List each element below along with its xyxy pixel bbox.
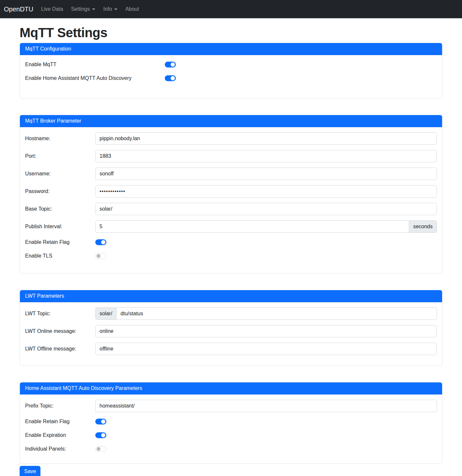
card-lwt-parameters-header: LWT Parameters — [20, 290, 442, 302]
port-row: Port: — [25, 150, 437, 162]
enable-expiration-label: Enable Expiration — [25, 432, 95, 438]
enable-hass-discovery-toggle[interactable] — [165, 75, 176, 81]
publish-interval-input[interactable] — [95, 220, 409, 233]
hostname-input[interactable] — [95, 132, 437, 145]
chevron-down-icon — [114, 8, 117, 10]
base-topic-row: Base Topic: — [25, 203, 437, 215]
nav-settings[interactable]: Settings — [69, 4, 98, 15]
nav-about[interactable]: About — [123, 4, 142, 15]
card-hass-discovery-parameters: Home Assistant MQTT Auto Discovery Param… — [20, 382, 442, 464]
hass-retain-label: Enable Retain Flag — [25, 419, 95, 424]
broker-retain-row: Enable Retain Flag — [25, 238, 437, 246]
publish-interval-label: Publish Interval: — [25, 224, 95, 230]
base-topic-input[interactable] — [95, 203, 437, 215]
hostname-row: Hostname: — [25, 132, 437, 145]
password-label: Password: — [25, 188, 95, 194]
username-input[interactable] — [95, 168, 437, 180]
enable-expiration-toggle[interactable] — [95, 432, 106, 438]
publish-interval-row: Publish Interval: seconds — [25, 220, 437, 233]
spacer — [25, 88, 437, 93]
card-lwt-parameters: LWT Parameters LWT Topic: solar/ LWT Onl… — [20, 290, 442, 366]
lwt-online-input[interactable] — [95, 325, 437, 337]
card-broker-parameter-body: Hostname: Port: Username: Password: Base… — [20, 127, 442, 273]
navbar: OpenDTU Live Data Settings Info About — [0, 0, 462, 18]
port-input[interactable] — [95, 150, 437, 162]
lwt-online-row: LWT Online message: — [25, 325, 437, 337]
spacer — [25, 265, 437, 268]
lwt-topic-row: LWT Topic: solar/ — [25, 307, 437, 320]
enable-hass-discovery-row: Enable Home Assistant MQTT Auto Discover… — [25, 74, 437, 82]
nav-links: Live Data Settings Info About — [38, 4, 144, 15]
card-broker-parameter-header: MqTT Broker Parameter — [20, 115, 442, 127]
enable-tls-toggle[interactable] — [95, 253, 106, 259]
lwt-topic-label: LWT Topic: — [25, 311, 95, 317]
port-label: Port: — [25, 153, 95, 159]
individual-panels-toggle[interactable] — [95, 446, 106, 452]
card-hass-discovery-parameters-header: Home Assistant MQTT Auto Discovery Param… — [20, 382, 442, 394]
username-label: Username: — [25, 171, 95, 177]
prefix-topic-row: Prefix Topic: — [25, 400, 437, 412]
enable-mqtt-label: Enable MqTT — [25, 62, 165, 67]
lwt-online-label: LWT Online message: — [25, 328, 95, 334]
hass-retain-row: Enable Retain Flag — [25, 417, 437, 426]
nav-live-data[interactable]: Live Data — [38, 4, 66, 15]
enable-mqtt-toggle[interactable] — [165, 62, 176, 67]
base-topic-label: Base Topic: — [25, 206, 95, 212]
nav-live-data-label: Live Data — [41, 6, 63, 12]
broker-retain-toggle[interactable] — [95, 239, 106, 245]
card-lwt-parameters-body: LWT Topic: solar/ LWT Online message: LW… — [20, 302, 442, 365]
enable-tls-label: Enable TLS — [25, 253, 95, 259]
brand[interactable]: OpenDTU — [4, 6, 33, 13]
lwt-topic-input[interactable] — [116, 307, 437, 320]
enable-expiration-row: Enable Expiration — [25, 431, 437, 439]
broker-retain-label: Enable Retain Flag — [25, 239, 95, 245]
nav-about-label: About — [125, 6, 139, 12]
enable-mqtt-row: Enable MqTT — [25, 60, 437, 69]
lwt-offline-input[interactable] — [95, 343, 437, 355]
hostname-label: Hostname: — [25, 136, 95, 141]
individual-panels-label: Individual Panels: — [25, 446, 95, 452]
individual-panels-row: Individual Panels: — [25, 445, 437, 453]
password-row: Password: — [25, 185, 437, 198]
card-broker-parameter: MqTT Broker Parameter Hostname: Port: Us… — [20, 115, 442, 274]
enable-tls-row: Enable TLS — [25, 252, 437, 260]
enable-hass-discovery-label: Enable Home Assistant MQTT Auto Discover… — [25, 75, 165, 81]
prefix-topic-label: Prefix Topic: — [25, 403, 95, 409]
card-hass-discovery-parameters-body: Prefix Topic: Enable Retain Flag Enable … — [20, 394, 442, 464]
lwt-topic-prefix: solar/ — [95, 307, 116, 320]
card-mqtt-configuration-body: Enable MqTT Enable Home Assistant MQTT A… — [20, 55, 442, 98]
nav-settings-label: Settings — [71, 6, 90, 12]
chevron-down-icon — [92, 8, 95, 10]
lwt-offline-row: LWT Offline message: — [25, 343, 437, 355]
hass-retain-toggle[interactable] — [95, 419, 106, 424]
main-content: MqTT Settings MqTT Configuration Enable … — [16, 25, 446, 476]
publish-interval-unit: seconds — [409, 220, 437, 233]
prefix-topic-input[interactable] — [95, 400, 437, 412]
lwt-offline-label: LWT Offline message: — [25, 346, 95, 352]
page-title: MqTT Settings — [20, 25, 442, 40]
nav-info[interactable]: Info — [100, 4, 120, 15]
save-button[interactable]: Save — [20, 466, 40, 476]
password-input[interactable] — [95, 185, 437, 198]
card-mqtt-configuration-header: MqTT Configuration — [20, 43, 442, 55]
card-mqtt-configuration: MqTT Configuration Enable MqTT Enable Ho… — [20, 43, 442, 98]
nav-info-label: Info — [103, 6, 112, 12]
username-row: Username: — [25, 168, 437, 180]
